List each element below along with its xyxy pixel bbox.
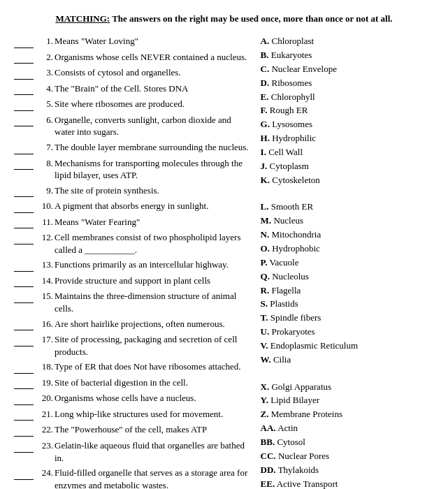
question-number: 24. — [35, 467, 55, 479]
question-number: 14. — [35, 275, 55, 287]
question-number: 17. — [35, 333, 55, 346]
answer-text: Cilia — [271, 354, 291, 365]
question-number: 10. — [35, 200, 55, 212]
answer-blank[interactable] — [14, 200, 34, 213]
answer-text: Active Transport — [275, 479, 338, 489]
answer-blank[interactable] — [14, 98, 34, 111]
answer-text: Hydrophilic — [270, 133, 316, 143]
question-item: 15.Maintains the three-dimension structu… — [14, 290, 252, 314]
answer-item: EE. Active Transport — [261, 478, 434, 490]
answer-text: Chlorophyll — [269, 92, 315, 102]
answer-blank[interactable] — [14, 216, 34, 229]
question-item: 22.The "Powerhouse" of the cell, makes A… — [14, 423, 252, 437]
answer-item: Z. Membrane Proteins — [261, 408, 434, 421]
answers-column: A. ChloroplastB. EukaryotesC. Nuclear En… — [258, 35, 434, 489]
answer-blank[interactable] — [14, 439, 34, 453]
answer-item: J. Cytoplasm — [261, 160, 434, 173]
question-item: 24.Fluid-filled organelle that serves as… — [14, 467, 252, 489]
question-text: Type of ER that does Not have ribosomes … — [55, 360, 252, 373]
answer-blank[interactable] — [14, 82, 34, 96]
answer-blank[interactable] — [14, 51, 34, 64]
answer-blank[interactable] — [14, 423, 34, 437]
answer-letter: V. — [261, 340, 268, 351]
answer-blank[interactable] — [14, 333, 34, 346]
answer-text: Eukaryotes — [269, 50, 312, 60]
question-text: Mechanisms for transporting molecules th… — [55, 157, 252, 182]
answer-blank[interactable] — [14, 290, 34, 303]
answer-blank[interactable] — [14, 408, 34, 421]
answer-blank[interactable] — [14, 258, 34, 272]
answer-blank[interactable] — [14, 467, 34, 480]
answer-letter: M. — [261, 215, 272, 226]
question-text: Organelle, converts sunlight, carbon dio… — [55, 114, 252, 138]
answer-item: U. Prokaryotes — [261, 326, 434, 339]
answer-letter: J. — [261, 161, 268, 171]
question-text: The "Powerhouse" of the cell, makes ATP — [55, 423, 252, 436]
spacer — [261, 194, 434, 200]
answer-section: X. Golgi ApparatusY. Lipid BilayerZ. Mem… — [261, 381, 434, 489]
question-text: A pigment that absorbs energy in sunligh… — [55, 200, 252, 212]
question-item: 18.Type of ER that does Not have ribosom… — [14, 360, 252, 374]
answer-text: Hydrophobic — [270, 243, 320, 254]
answer-blank[interactable] — [14, 318, 34, 331]
answer-letter: R. — [261, 285, 270, 295]
answer-text: Nuclear Pores — [276, 451, 330, 461]
answer-item: C. Nuclear Envelope — [261, 63, 434, 76]
answer-item: Y. Lipid Bilayer — [261, 394, 434, 407]
matching-label: MATCHING: — [55, 13, 110, 24]
answer-blank[interactable] — [14, 114, 34, 127]
answer-letter: Z. — [261, 409, 269, 419]
question-text: Long whip-like structures used for movem… — [55, 408, 252, 421]
question-number: 12. — [35, 231, 55, 244]
answer-item: S. Plastids — [261, 298, 434, 311]
question-item: 17.Site of processing, packaging and sec… — [14, 333, 252, 358]
answer-text: Thylakoids — [276, 465, 319, 475]
answer-text: Spindle fibers — [268, 312, 321, 323]
answer-letter: L. — [261, 201, 269, 212]
answer-letter: B. — [261, 50, 269, 60]
question-item: 2.Organisms whose cells NEVER contained … — [14, 51, 252, 64]
question-text: Site where ribosomes are produced. — [55, 98, 252, 110]
question-item: 10.A pigment that absorbs energy in sunl… — [14, 200, 252, 213]
question-text: Maintains the three-dimension structure … — [55, 290, 252, 314]
question-item: 23.Gelatin-like aqueous fluid that organ… — [14, 439, 252, 464]
answer-item: A. Chloroplast — [261, 35, 434, 48]
answer-blank[interactable] — [14, 66, 34, 80]
answer-item: Q. Nucleolus — [261, 270, 434, 284]
question-text: Gelatin-like aqueous fluid that organell… — [55, 439, 252, 464]
answer-letter: C. — [261, 64, 270, 74]
question-item: 12.Cell membranes consist of two phospho… — [14, 231, 252, 256]
answer-blank[interactable] — [14, 392, 34, 405]
answer-text: Plastids — [268, 298, 298, 309]
answer-text: Flagella — [269, 285, 301, 295]
answer-letter: W. — [261, 354, 271, 365]
answer-blank[interactable] — [14, 157, 34, 170]
answer-blank[interactable] — [14, 360, 34, 374]
answer-blank[interactable] — [14, 275, 34, 288]
question-text: Cell membranes consist of two phospholip… — [55, 231, 252, 256]
answer-text: Cell Wall — [266, 147, 303, 157]
question-number: 4. — [35, 82, 55, 95]
question-number: 11. — [35, 216, 55, 228]
answer-text: Endoplasmic Reticulum — [268, 340, 359, 351]
answer-blank[interactable] — [14, 184, 34, 198]
question-item: 21.Long whip-like structures used for mo… — [14, 408, 252, 421]
answer-blank[interactable] — [14, 35, 34, 48]
answer-item: DD. Thylakoids — [261, 464, 434, 477]
title-subtitle: The answers on the right may be used onc… — [112, 13, 392, 24]
question-item: 9.The site of protein synthesis. — [14, 184, 252, 198]
answer-letter: DD. — [261, 465, 276, 475]
answer-item: O. Hydrophobic — [261, 242, 434, 256]
answer-letter: O. — [261, 243, 270, 254]
answer-blank[interactable] — [14, 141, 34, 154]
answer-blank[interactable] — [14, 377, 34, 390]
answer-item: G. Lysosomes — [261, 118, 434, 131]
question-number: 8. — [35, 157, 55, 170]
answer-letter: T. — [261, 312, 268, 323]
answer-text: Chloroplast — [269, 36, 314, 46]
question-item: 4.The "Brain" of the Cell. Stores DNA — [14, 82, 252, 96]
answer-section: L. Smooth ERM. NucleusN. MitochondriaO. … — [261, 200, 434, 366]
question-text: Fluid-filled organelle that serves as a … — [55, 467, 252, 489]
question-text: The double layer membrane surrounding th… — [55, 141, 252, 154]
answer-blank[interactable] — [14, 231, 34, 245]
